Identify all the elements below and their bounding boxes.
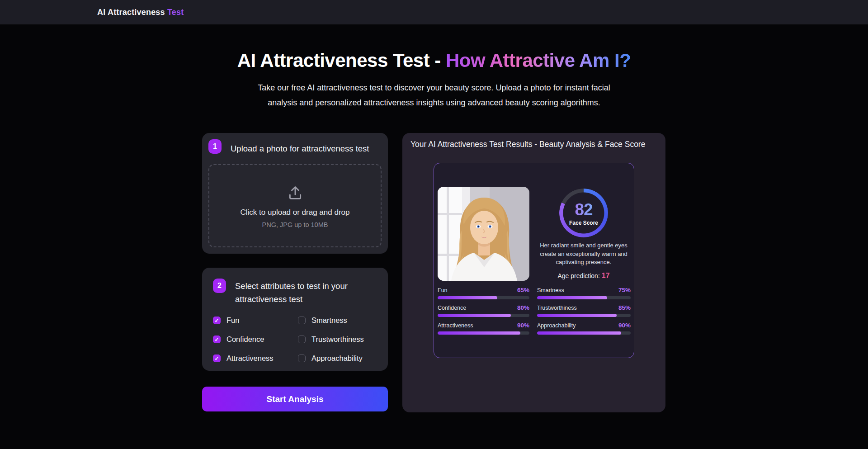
dropzone-instruction: Click to upload or drag and drop	[241, 208, 350, 217]
metric-bar-track	[537, 314, 631, 317]
checkbox[interactable]: ✓	[213, 317, 221, 324]
attribute-checkbox-item[interactable]: ✓ Approachability	[298, 354, 377, 363]
metric-label: Attractiveness	[438, 322, 473, 329]
checkbox-label: Fun	[226, 316, 239, 325]
score-column: 82 Face Score Her radiant smile and gent…	[537, 187, 630, 281]
attributes-grid: ✓ Fun ✓ Smartness ✓ Confidence	[213, 316, 377, 363]
attribute-checkbox-item[interactable]: ✓ Smartness	[298, 316, 377, 325]
check-icon: ✓	[214, 318, 219, 323]
top-navbar: AI Attractiveness Test	[0, 0, 868, 24]
attribute-checkbox-item[interactable]: ✓ Attractiveness	[213, 354, 298, 363]
face-score-label: Face Score	[569, 220, 598, 226]
metric-row: Approachability 90%	[537, 322, 631, 335]
upload-card-title: Upload a photo for attractiveness test	[231, 139, 369, 155]
brand-primary: AI Attractiveness	[97, 8, 165, 17]
checkbox[interactable]: ✓	[298, 336, 306, 343]
start-analysis-button[interactable]: Start Analysis	[202, 387, 388, 411]
metric-row: Fun 65%	[438, 287, 529, 299]
main-content: AI Attractiveness Test - How Attractive …	[202, 50, 666, 412]
metric-row: Attractiveness 90%	[438, 322, 529, 335]
checkbox-label: Smartness	[311, 316, 347, 325]
results-inner-panel: 82 Face Score Her radiant smile and gent…	[434, 163, 634, 358]
dropzone-filetypes: PNG, JPG up to 10MB	[262, 221, 328, 228]
age-prediction-label: Age prediction:	[557, 272, 599, 279]
checkbox[interactable]: ✓	[298, 354, 306, 362]
page-title-gradient: How Attractive Am I?	[446, 50, 631, 71]
brand-logo[interactable]: AI Attractiveness Test	[97, 8, 184, 17]
metric-percent: 90%	[517, 322, 529, 329]
metric-label: Trustworthiness	[537, 305, 577, 311]
upload-card: 1 Upload a photo for attractiveness test…	[202, 133, 388, 254]
checkbox-label: Trustworthiness	[311, 335, 364, 344]
attributes-card: 2 Select attributes to test in your attr…	[202, 268, 388, 371]
checkbox[interactable]: ✓	[213, 336, 221, 343]
upload-dropzone[interactable]: Click to upload or drag and drop PNG, JP…	[208, 164, 382, 247]
checkbox-label: Confidence	[226, 335, 264, 344]
attributes-card-title: Select attributes to test in your attrac…	[235, 279, 377, 306]
metric-row: Confidence 80%	[438, 304, 529, 317]
metric-bar-track	[438, 314, 529, 317]
portrait-photo	[438, 187, 529, 281]
metric-bar-track	[537, 331, 631, 335]
brand-accent: Test	[167, 8, 184, 17]
step-2-badge: 2	[213, 279, 226, 293]
checkbox-label: Approachability	[311, 354, 363, 363]
metric-label: Fun	[438, 287, 448, 293]
metric-bar-track	[438, 331, 529, 335]
step-1-badge: 1	[208, 139, 222, 154]
metric-label: Confidence	[438, 305, 466, 311]
checkbox[interactable]: ✓	[298, 317, 306, 324]
check-icon: ✓	[214, 356, 219, 361]
metric-label: Smartness	[537, 287, 564, 293]
page-subtitle: Take our free AI attractiveness test to …	[255, 80, 614, 110]
checkbox-label: Attractiveness	[226, 354, 274, 363]
metric-percent: 90%	[618, 322, 631, 329]
upload-icon	[286, 184, 304, 202]
metric-label: Approachability	[537, 322, 576, 329]
metric-row: Smartness 75%	[537, 287, 631, 299]
metric-percent: 80%	[517, 304, 529, 311]
page-title-plain: AI Attractiveness Test -	[237, 50, 446, 71]
page-title: AI Attractiveness Test - How Attractive …	[202, 50, 666, 71]
results-title: Your AI Attractiveness Test Results - Be…	[410, 140, 657, 149]
attribute-checkbox-item[interactable]: ✓ Fun	[213, 316, 298, 325]
metric-percent: 85%	[618, 304, 631, 311]
age-prediction: Age prediction:17	[557, 272, 609, 280]
metric-bar-fill	[537, 296, 607, 299]
metric-bar-fill	[438, 314, 511, 317]
metric-bar-track	[438, 296, 529, 299]
attribute-checkbox-item[interactable]: ✓ Confidence	[213, 335, 298, 344]
metric-bar-fill	[537, 331, 621, 335]
metric-bar-fill	[438, 331, 520, 335]
metrics-grid: Fun 65% Smartness 75%	[438, 287, 630, 335]
metric-row: Trustworthiness 85%	[537, 304, 631, 317]
checkbox[interactable]: ✓	[213, 354, 221, 362]
face-analysis-description: Her radiant smile and gentle eyes create…	[537, 241, 630, 267]
metric-bar-fill	[438, 296, 497, 299]
age-prediction-value: 17	[602, 272, 610, 279]
metric-percent: 75%	[618, 287, 631, 293]
metric-bar-track	[537, 296, 631, 299]
check-icon: ✓	[214, 337, 219, 342]
results-card: Your AI Attractiveness Test Results - Be…	[402, 133, 665, 412]
metric-percent: 65%	[517, 287, 529, 293]
portrait-photo-image	[438, 187, 529, 281]
face-score-value: 82	[575, 200, 592, 219]
metric-bar-fill	[537, 314, 617, 317]
left-column: 1 Upload a photo for attractiveness test…	[202, 133, 388, 412]
face-score-ring: 82 Face Score	[559, 189, 608, 237]
attribute-checkbox-item[interactable]: ✓ Trustworthiness	[298, 335, 377, 344]
